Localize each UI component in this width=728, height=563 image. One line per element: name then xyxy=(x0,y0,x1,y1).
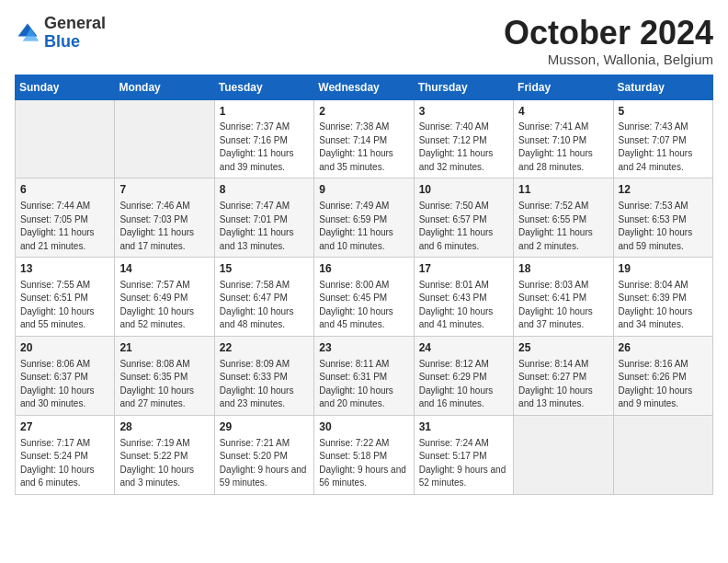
col-friday: Friday xyxy=(514,75,613,99)
cell-w2-d1: 7Sunrise: 7:46 AMSunset: 7:03 PMDaylight… xyxy=(115,178,214,258)
day-number: 25 xyxy=(518,340,608,356)
title-block: October 2024 Musson, Wallonia, Belgium xyxy=(504,15,713,67)
logo-icon xyxy=(15,20,40,46)
cell-w5-d2: 29Sunrise: 7:21 AMSunset: 5:20 PMDayligh… xyxy=(214,415,313,494)
cell-w3-d6: 19Sunrise: 8:04 AMSunset: 6:39 PMDayligh… xyxy=(613,258,712,337)
cell-w2-d0: 6Sunrise: 7:44 AMSunset: 7:05 PMDaylight… xyxy=(16,178,115,258)
cell-w4-d0: 20Sunrise: 8:06 AMSunset: 6:37 PMDayligh… xyxy=(16,336,115,415)
calendar-header-row: Sunday Monday Tuesday Wednesday Thursday… xyxy=(16,75,713,99)
cell-w1-d0 xyxy=(16,99,115,178)
cell-w4-d6: 26Sunrise: 8:16 AMSunset: 6:26 PMDayligh… xyxy=(613,336,712,415)
day-number: 20 xyxy=(20,340,109,356)
cell-w5-d0: 27Sunrise: 7:17 AMSunset: 5:24 PMDayligh… xyxy=(16,415,115,494)
week-row-5: 27Sunrise: 7:17 AMSunset: 5:24 PMDayligh… xyxy=(16,415,713,494)
day-number: 18 xyxy=(518,261,608,277)
day-number: 12 xyxy=(619,182,708,198)
day-number: 26 xyxy=(619,340,708,356)
day-info: Sunrise: 8:03 AMSunset: 6:41 PMDaylight:… xyxy=(518,279,608,332)
day-number: 13 xyxy=(20,261,109,277)
location: Musson, Wallonia, Belgium xyxy=(504,52,713,67)
col-saturday: Saturday xyxy=(613,75,712,99)
cell-w1-d4: 3Sunrise: 7:40 AMSunset: 7:12 PMDaylight… xyxy=(414,99,513,178)
day-info: Sunrise: 7:52 AMSunset: 6:55 PMDaylight:… xyxy=(518,200,608,253)
day-info: Sunrise: 8:12 AMSunset: 6:29 PMDaylight:… xyxy=(419,358,508,411)
cell-w3-d3: 16Sunrise: 8:00 AMSunset: 6:45 PMDayligh… xyxy=(314,258,414,337)
day-info: Sunrise: 7:53 AMSunset: 6:53 PMDaylight:… xyxy=(619,200,708,253)
day-info: Sunrise: 7:41 AMSunset: 7:10 PMDaylight:… xyxy=(518,121,608,174)
day-info: Sunrise: 7:44 AMSunset: 7:05 PMDaylight:… xyxy=(20,200,109,253)
day-number: 7 xyxy=(119,182,209,198)
day-info: Sunrise: 7:37 AMSunset: 7:16 PMDaylight:… xyxy=(220,121,309,174)
col-sunday: Sunday xyxy=(16,75,115,99)
day-info: Sunrise: 7:19 AMSunset: 5:22 PMDaylight:… xyxy=(119,437,209,490)
cell-w5-d6 xyxy=(613,415,712,494)
cell-w1-d5: 4Sunrise: 7:41 AMSunset: 7:10 PMDaylight… xyxy=(514,99,613,178)
cell-w5-d4: 31Sunrise: 7:24 AMSunset: 5:17 PMDayligh… xyxy=(414,415,513,494)
cell-w3-d4: 17Sunrise: 8:01 AMSunset: 6:43 PMDayligh… xyxy=(414,258,513,337)
month-title: October 2024 xyxy=(504,15,713,52)
cell-w5-d1: 28Sunrise: 7:19 AMSunset: 5:22 PMDayligh… xyxy=(115,415,214,494)
day-number: 5 xyxy=(619,104,708,120)
day-number: 3 xyxy=(419,104,508,120)
day-info: Sunrise: 8:09 AMSunset: 6:33 PMDaylight:… xyxy=(220,358,309,411)
day-info: Sunrise: 8:08 AMSunset: 6:35 PMDaylight:… xyxy=(119,358,209,411)
day-number: 31 xyxy=(419,419,508,435)
day-info: Sunrise: 7:49 AMSunset: 6:59 PMDaylight:… xyxy=(319,200,408,253)
day-number: 8 xyxy=(220,182,309,198)
day-number: 28 xyxy=(119,419,209,435)
day-info: Sunrise: 7:58 AMSunset: 6:47 PMDaylight:… xyxy=(220,279,309,332)
week-row-1: 1Sunrise: 7:37 AMSunset: 7:16 PMDaylight… xyxy=(16,99,713,178)
col-thursday: Thursday xyxy=(414,75,513,99)
day-info: Sunrise: 7:43 AMSunset: 7:07 PMDaylight:… xyxy=(619,121,708,174)
day-info: Sunrise: 7:24 AMSunset: 5:17 PMDaylight:… xyxy=(419,437,508,490)
day-info: Sunrise: 7:47 AMSunset: 7:01 PMDaylight:… xyxy=(220,200,309,253)
page-header: General Blue October 2024 Musson, Wallon… xyxy=(15,15,713,67)
day-info: Sunrise: 7:55 AMSunset: 6:51 PMDaylight:… xyxy=(20,279,109,332)
cell-w5-d5 xyxy=(514,415,613,494)
day-number: 4 xyxy=(518,104,608,120)
cell-w4-d1: 21Sunrise: 8:08 AMSunset: 6:35 PMDayligh… xyxy=(115,336,214,415)
cell-w2-d5: 11Sunrise: 7:52 AMSunset: 6:55 PMDayligh… xyxy=(514,178,613,258)
day-number: 17 xyxy=(419,261,508,277)
day-info: Sunrise: 7:38 AMSunset: 7:14 PMDaylight:… xyxy=(319,121,408,174)
day-info: Sunrise: 8:04 AMSunset: 6:39 PMDaylight:… xyxy=(619,279,708,332)
day-info: Sunrise: 8:11 AMSunset: 6:31 PMDaylight:… xyxy=(319,358,408,411)
logo-text: General Blue xyxy=(44,15,106,52)
cell-w3-d1: 14Sunrise: 7:57 AMSunset: 6:49 PMDayligh… xyxy=(115,258,214,337)
day-info: Sunrise: 7:17 AMSunset: 5:24 PMDaylight:… xyxy=(20,437,109,490)
cell-w2-d6: 12Sunrise: 7:53 AMSunset: 6:53 PMDayligh… xyxy=(613,178,712,258)
day-number: 1 xyxy=(220,104,309,120)
day-number: 15 xyxy=(220,261,309,277)
col-tuesday: Tuesday xyxy=(214,75,313,99)
day-number: 2 xyxy=(319,104,408,120)
week-row-2: 6Sunrise: 7:44 AMSunset: 7:05 PMDaylight… xyxy=(16,178,713,258)
day-info: Sunrise: 7:46 AMSunset: 7:03 PMDaylight:… xyxy=(119,200,209,253)
calendar-table: Sunday Monday Tuesday Wednesday Thursday… xyxy=(15,75,713,495)
day-number: 21 xyxy=(119,340,209,356)
day-number: 24 xyxy=(419,340,508,356)
cell-w4-d3: 23Sunrise: 8:11 AMSunset: 6:31 PMDayligh… xyxy=(314,336,414,415)
day-info: Sunrise: 8:14 AMSunset: 6:27 PMDaylight:… xyxy=(518,358,608,411)
day-info: Sunrise: 8:06 AMSunset: 6:37 PMDaylight:… xyxy=(20,358,109,411)
logo: General Blue xyxy=(15,15,106,52)
day-info: Sunrise: 7:22 AMSunset: 5:18 PMDaylight:… xyxy=(319,437,408,490)
day-number: 6 xyxy=(20,182,109,198)
cell-w1-d3: 2Sunrise: 7:38 AMSunset: 7:14 PMDaylight… xyxy=(314,99,414,178)
cell-w4-d4: 24Sunrise: 8:12 AMSunset: 6:29 PMDayligh… xyxy=(414,336,513,415)
cell-w5-d3: 30Sunrise: 7:22 AMSunset: 5:18 PMDayligh… xyxy=(314,415,414,494)
week-row-4: 20Sunrise: 8:06 AMSunset: 6:37 PMDayligh… xyxy=(16,336,713,415)
day-info: Sunrise: 7:57 AMSunset: 6:49 PMDaylight:… xyxy=(119,279,209,332)
cell-w3-d5: 18Sunrise: 8:03 AMSunset: 6:41 PMDayligh… xyxy=(514,258,613,337)
cell-w2-d2: 8Sunrise: 7:47 AMSunset: 7:01 PMDaylight… xyxy=(214,178,313,258)
day-info: Sunrise: 8:01 AMSunset: 6:43 PMDaylight:… xyxy=(419,279,508,332)
day-number: 30 xyxy=(319,419,408,435)
cell-w4-d5: 25Sunrise: 8:14 AMSunset: 6:27 PMDayligh… xyxy=(514,336,613,415)
day-number: 19 xyxy=(619,261,708,277)
day-number: 27 xyxy=(20,419,109,435)
cell-w3-d0: 13Sunrise: 7:55 AMSunset: 6:51 PMDayligh… xyxy=(16,258,115,337)
day-info: Sunrise: 8:00 AMSunset: 6:45 PMDaylight:… xyxy=(319,279,408,332)
day-info: Sunrise: 7:50 AMSunset: 6:57 PMDaylight:… xyxy=(419,200,508,253)
day-info: Sunrise: 8:16 AMSunset: 6:26 PMDaylight:… xyxy=(619,358,708,411)
day-info: Sunrise: 7:40 AMSunset: 7:12 PMDaylight:… xyxy=(419,121,508,174)
day-number: 23 xyxy=(319,340,408,356)
